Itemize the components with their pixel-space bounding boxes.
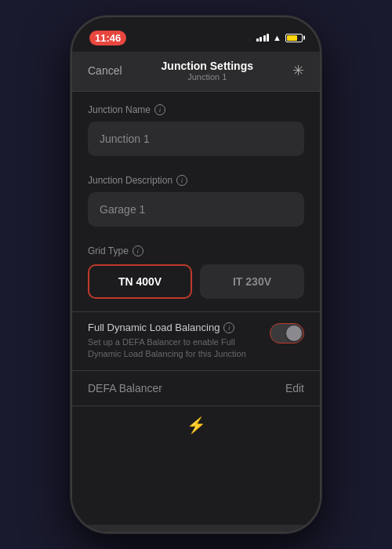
toggle-label: Full Dynamic Load Balancing i (88, 322, 262, 333)
load-balancing-toggle[interactable] (270, 323, 304, 344)
junction-desc-value: Garage 1 (100, 203, 145, 216)
grid-btn-it[interactable]: IT 230V (200, 264, 304, 299)
nav-bar: Cancel Junction Settings Junction 1 ✳ (72, 52, 320, 91)
grid-buttons: TN 400V IT 230V (88, 264, 304, 299)
junction-name-input[interactable]: Junction 1 (88, 122, 304, 156)
grid-type-info-icon[interactable]: i (132, 245, 143, 256)
form-content: Junction Name i Junction 1 Junction Desc… (72, 92, 320, 525)
grid-type-label: Grid Type i (88, 245, 304, 256)
page-title: Junction Settings (162, 60, 253, 72)
phone-frame: 11:46 ▲ Cancel Junction Settings Junctio… (71, 16, 321, 533)
toggle-knob (286, 325, 302, 341)
wifi-icon: ▲ (273, 33, 281, 42)
signal-icon (256, 34, 270, 42)
balancer-label: DEFA Balancer (88, 382, 162, 394)
status-time: 11:46 (89, 31, 126, 45)
bottom-area: ⚡ (72, 405, 320, 441)
page-subtitle: Junction 1 (162, 72, 253, 82)
balancer-section: DEFA Balancer Edit (72, 370, 320, 405)
nav-title: Junction Settings Junction 1 (162, 60, 253, 82)
junction-desc-label: Junction Description i (88, 175, 304, 186)
screen: Cancel Junction Settings Junction 1 ✳ Ju… (72, 52, 320, 532)
grid-type-section: Grid Type i TN 400V IT 230V (72, 233, 320, 311)
junction-name-info-icon[interactable]: i (154, 104, 165, 115)
load-balancing-info-icon[interactable]: i (223, 322, 234, 333)
notch (145, 17, 247, 39)
junction-name-value: Junction 1 (100, 133, 150, 145)
bottom-icon: ⚡ (88, 416, 304, 434)
charger-icon: ⚡ (187, 416, 206, 434)
battery-fill (287, 35, 297, 41)
grid-btn-tn[interactable]: TN 400V (88, 264, 192, 299)
balancer-edit-button[interactable]: Edit (285, 382, 304, 394)
status-icons: ▲ (256, 33, 303, 42)
battery-icon (285, 34, 303, 42)
load-balancing-section: Full Dynamic Load Balancing i Set up a D… (72, 311, 320, 370)
toggle-left: Full Dynamic Load Balancing i Set up a D… (88, 322, 262, 361)
cancel-button[interactable]: Cancel (88, 64, 122, 77)
junction-desc-input[interactable]: Garage 1 (88, 192, 304, 227)
junction-name-label: Junction Name i (88, 104, 304, 115)
junction-desc-info-icon[interactable]: i (176, 175, 187, 186)
junction-desc-section: Junction Description i Garage 1 (72, 162, 320, 233)
junction-name-section: Junction Name i Junction 1 (72, 92, 320, 162)
loading-spinner-icon: ✳ (292, 62, 304, 79)
toggle-description: Set up a DEFA Balancer to enable Full Dy… (88, 336, 262, 361)
toggle-row: Full Dynamic Load Balancing i Set up a D… (88, 322, 304, 361)
